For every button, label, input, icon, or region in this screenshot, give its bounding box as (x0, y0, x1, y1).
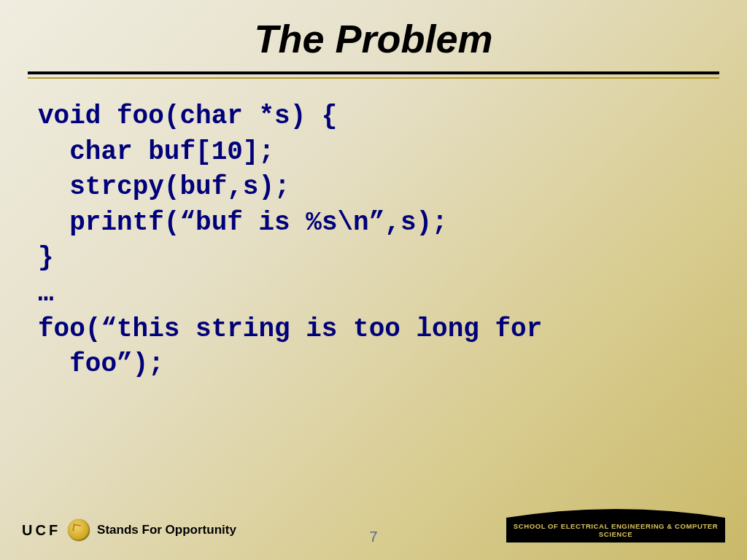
slide-footer: UCF Stands For Opportunity 7 SCHOOL OF E… (0, 506, 747, 550)
code-line: void foo(char *s) { (38, 101, 337, 131)
department-label: SCHOOL OF ELECTRICAL ENGINEERING & COMPU… (506, 522, 725, 538)
code-line: printf(“buf is %s\n”,s); (38, 208, 448, 238)
code-line: } (38, 243, 54, 273)
code-block: void foo(char *s) { char buf[10]; strcpy… (38, 99, 709, 383)
department-badge: SCHOOL OF ELECTRICAL ENGINEERING & COMPU… (506, 509, 725, 542)
code-line: strcpy(buf,s); (38, 172, 290, 202)
code-line: char buf[10]; (38, 137, 274, 167)
slide-title: The Problem (0, 0, 747, 61)
code-line: … (38, 279, 54, 308)
code-line: foo”); (38, 349, 164, 379)
title-divider (28, 71, 719, 79)
slide: The Problem void foo(char *s) { char buf… (0, 0, 747, 560)
code-line: foo(“this string is too long for (38, 314, 542, 344)
slide-content: void foo(char *s) { char buf[10]; strcpy… (0, 79, 747, 383)
